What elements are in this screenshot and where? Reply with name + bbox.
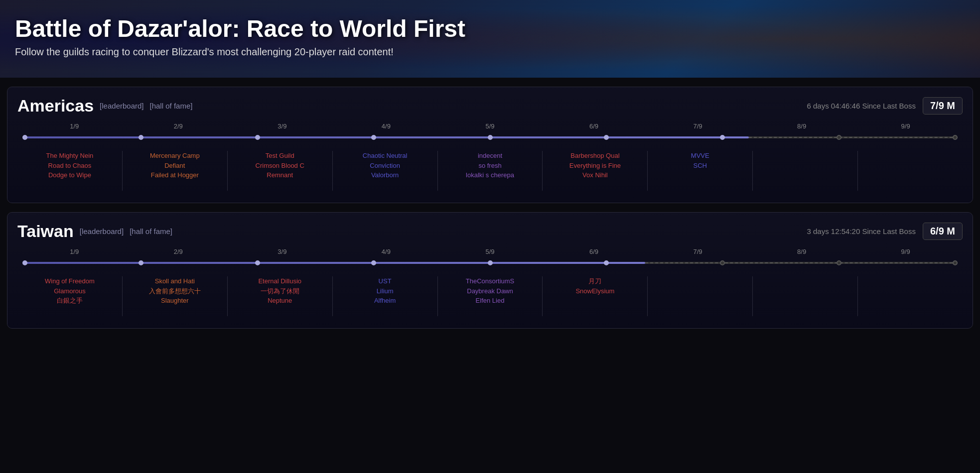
timeline-labels: 1/92/93/94/95/96/97/98/99/9 <box>22 248 958 255</box>
guild-name[interactable]: TheConsortiumS <box>440 276 541 286</box>
timeline-dot-6 <box>604 135 609 140</box>
guild-name[interactable]: 一切為了休閒 <box>230 286 330 296</box>
guild-name[interactable]: The Mighty Nein <box>19 151 120 161</box>
guild-name[interactable]: Conviction <box>335 161 435 171</box>
since-last-boss-americas: 6 days 04:46:46 Since Last Boss <box>807 102 915 110</box>
guild-name[interactable]: Dodge to Wipe <box>19 170 120 180</box>
hero-section: Battle of Dazar'alor: Race to World Firs… <box>0 0 980 78</box>
guild-name[interactable]: 白銀之手 <box>19 296 120 306</box>
timeline-dot-8 <box>837 135 841 140</box>
timeline-label: 2/9 <box>127 248 231 255</box>
guild-name[interactable]: Crimson Blood C <box>230 161 330 171</box>
region-name-americas: Americas <box>17 96 94 116</box>
region-header-right: 6 days 04:46:46 Since Last Boss7/9 M <box>807 97 963 115</box>
region-section-taiwan: Taiwan[leaderboard][hall of fame]3 days … <box>7 212 973 329</box>
timeline-track <box>22 136 958 138</box>
guild-name[interactable]: lokalki s cherepa <box>440 170 541 180</box>
guild-group-4: USTLiliumAlfheim <box>333 276 438 316</box>
guild-group-6: Barbershop QualEverything is FineVox Nih… <box>543 151 648 191</box>
progress-badge-americas: 7/9 M <box>923 97 963 115</box>
guild-name[interactable]: Defiant <box>125 161 225 171</box>
guild-name[interactable]: Chaotic Neutral <box>335 151 435 161</box>
guild-name[interactable]: indecent <box>440 151 541 161</box>
guild-name[interactable]: Eternal Dillusio <box>230 276 330 286</box>
guild-group-6: 月刀SnowElysium <box>543 276 648 316</box>
timeline-dots <box>22 135 958 140</box>
leaderboard-link-americas[interactable]: [leaderboard] <box>100 102 143 110</box>
timeline-label: 2/9 <box>127 122 231 130</box>
timeline-label: 5/9 <box>438 248 542 255</box>
guild-name[interactable]: Failed at Hogger <box>125 170 225 180</box>
timeline-bar-wrapper <box>22 133 958 142</box>
guild-name[interactable]: Lilium <box>335 286 435 296</box>
guild-name[interactable]: Barbershop Qual <box>545 151 645 161</box>
guild-group-8 <box>753 151 858 191</box>
timeline-dot-3 <box>255 260 260 265</box>
timeline-dot-5 <box>488 260 493 265</box>
guild-group-9 <box>858 151 963 191</box>
region-header-americas: Americas[leaderboard][hall of fame]6 day… <box>17 96 963 116</box>
guild-group-8 <box>753 276 858 316</box>
page-title: Battle of Dazar'alor: Race to World Firs… <box>15 15 965 42</box>
guild-group-5: indecentso freshlokalki s cherepa <box>438 151 543 191</box>
guild-name[interactable]: so fresh <box>440 161 541 171</box>
hall-of-fame-link-americas[interactable]: [hall of fame] <box>150 102 193 110</box>
timeline-label: 4/9 <box>334 122 438 130</box>
guild-group-5: TheConsortiumSDaybreak DawnElfen Lied <box>438 276 543 316</box>
hall-of-fame-link-taiwan[interactable]: [hall of fame] <box>130 227 172 236</box>
timeline-dot-2 <box>139 260 143 265</box>
guild-name[interactable]: UST <box>335 276 435 286</box>
timeline-label: 3/9 <box>230 248 334 255</box>
timeline-dot-9 <box>953 260 958 265</box>
guild-group-3: Eternal Dillusio一切為了休閒Neptune <box>228 276 333 316</box>
guild-name[interactable]: SCH <box>650 161 750 171</box>
guild-name[interactable]: MVVE <box>650 151 750 161</box>
guild-name[interactable]: Skoll and Hati <box>125 276 225 286</box>
guild-name[interactable]: Neptune <box>230 296 330 306</box>
guild-group-4: Chaotic NeutralConvictionValorborn <box>333 151 438 191</box>
guild-group-7: MVVESCH <box>648 151 753 191</box>
guild-name[interactable]: Vox Nihil <box>545 170 645 180</box>
guild-name[interactable]: Road to Chaos <box>19 161 120 171</box>
timeline-dot-1 <box>22 135 27 140</box>
timeline-label: 4/9 <box>334 248 438 255</box>
timeline-dot-1 <box>22 260 27 265</box>
timeline-label: 7/9 <box>646 122 750 130</box>
region-section-americas: Americas[leaderboard][hall of fame]6 day… <box>7 87 973 203</box>
region-header-taiwan: Taiwan[leaderboard][hall of fame]3 days … <box>17 222 963 241</box>
since-last-boss-taiwan: 3 days 12:54:20 Since Last Boss <box>807 227 915 236</box>
guild-group-7 <box>648 276 753 316</box>
region-header-left: Americas[leaderboard][hall of fame] <box>17 96 192 116</box>
timeline-label: 1/9 <box>22 122 127 130</box>
guild-name[interactable]: Mercenary Camp <box>125 151 225 161</box>
guild-name[interactable]: Everything is Fine <box>545 161 645 171</box>
guild-name[interactable]: Remnant <box>230 170 330 180</box>
guild-name[interactable]: Test Guild <box>230 151 330 161</box>
guild-name[interactable]: Alfheim <box>335 296 435 306</box>
guild-name[interactable]: Daybreak Dawn <box>440 286 541 296</box>
guild-name[interactable]: SnowElysium <box>545 286 645 296</box>
timeline-label: 1/9 <box>22 248 127 255</box>
timeline-dot-3 <box>255 135 260 140</box>
timeline-label: 6/9 <box>542 248 646 255</box>
timeline-dot-5 <box>488 135 493 140</box>
timeline-label: 7/9 <box>646 248 750 255</box>
progress-badge-taiwan: 6/9 M <box>923 223 963 240</box>
timeline-dot-8 <box>837 260 841 265</box>
timeline-label: 8/9 <box>750 122 854 130</box>
timeline-dot-4 <box>371 260 376 265</box>
timeline-dot-2 <box>139 135 143 140</box>
guilds-row: Wing of FreedomGlamorous白銀之手Skoll and Ha… <box>17 276 963 316</box>
guild-name[interactable]: Glamorous <box>19 286 120 296</box>
guild-group-2: Skoll and Hati入會前多想想六十Slaughter <box>123 276 228 316</box>
timeline-labels: 1/92/93/94/95/96/97/98/99/9 <box>22 122 958 130</box>
guild-name[interactable]: Wing of Freedom <box>19 276 120 286</box>
guild-name[interactable]: Slaughter <box>125 296 225 306</box>
guild-group-9 <box>858 276 963 316</box>
leaderboard-link-taiwan[interactable]: [leaderboard] <box>80 227 124 236</box>
guild-name[interactable]: Valorborn <box>335 170 435 180</box>
timeline-dot-4 <box>371 135 376 140</box>
guild-name[interactable]: 入會前多想想六十 <box>125 286 225 296</box>
guild-name[interactable]: 月刀 <box>545 276 645 286</box>
guild-name[interactable]: Elfen Lied <box>440 296 541 306</box>
